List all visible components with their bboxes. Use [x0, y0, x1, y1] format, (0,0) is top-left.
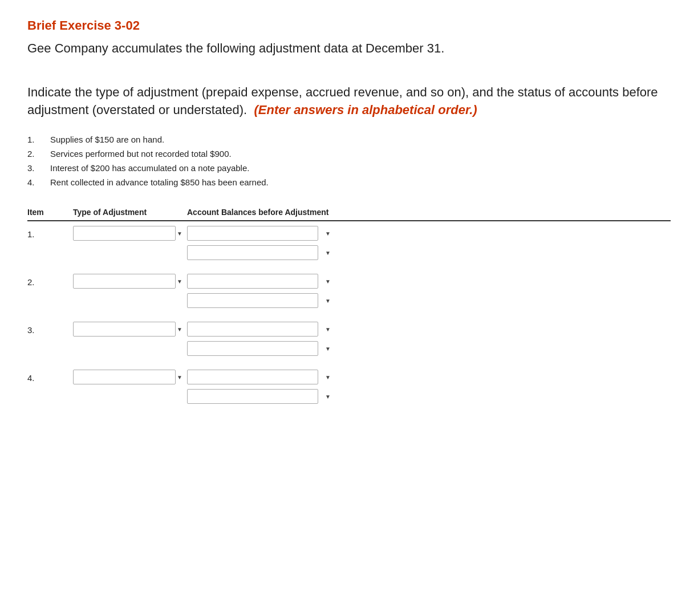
type-of-adjustment-1[interactable]: Accrued Expense Accrued Revenue Prepaid … — [73, 226, 176, 241]
account-dropdown-wrapper-2b: Overstated Understated ▼ — [187, 293, 335, 308]
list-item: 1. Supplies of $150 are on hand. — [27, 135, 671, 144]
row-type-4: Accrued Expense Accrued Revenue Prepaid … — [73, 370, 187, 384]
table-row-4: 4. Accrued Expense Accrued Revenue Prepa… — [27, 370, 671, 404]
table-row-2: 2. Accrued Expense Accrued Revenue Prepa… — [27, 274, 671, 308]
table-header: Item Type of Adjustment Account Balances… — [27, 208, 671, 221]
row-num-4: 4. — [27, 370, 73, 383]
col-header-item: Item — [27, 208, 73, 217]
list-num-1: 1. — [27, 135, 41, 144]
chevron-down-icon: ▼ — [325, 250, 331, 256]
row-type-1: Accrued Expense Accrued Revenue Prepaid … — [73, 226, 187, 241]
type-dropdown-wrapper-3: Accrued Expense Accrued Revenue Prepaid … — [73, 322, 187, 337]
list-text-3: Interest of $200 has accumulated on a no… — [50, 163, 249, 173]
type-dropdown-wrapper-4: Accrued Expense Accrued Revenue Prepaid … — [73, 370, 187, 384]
account-balance-3a[interactable]: Overstated Understated — [187, 322, 318, 337]
chevron-down-icon: ▼ — [325, 346, 331, 352]
account-balance-4a[interactable]: Overstated Understated — [187, 370, 318, 384]
list-item: 3. Interest of $200 has accumulated on a… — [27, 163, 671, 173]
table-row-1: 1. Accrued Expense Accrued Revenue Prepa… — [27, 226, 671, 260]
account-dropdown-wrapper-3a: Overstated Understated ▼ — [187, 322, 335, 337]
account-dropdown-wrapper-3b: Overstated Understated ▼ — [187, 341, 335, 356]
exercise-title: Brief Exercise 3-02 — [27, 18, 671, 33]
type-dropdown-wrapper-2: Accrued Expense Accrued Revenue Prepaid … — [73, 274, 187, 289]
type-of-adjustment-2[interactable]: Accrued Expense Accrued Revenue Prepaid … — [73, 274, 176, 289]
row-num-3: 3. — [27, 322, 73, 335]
account-balance-1b[interactable]: Overstated Understated — [187, 245, 318, 260]
account-dropdown-wrapper-1b: Overstated Understated ▼ — [187, 245, 335, 260]
chevron-down-icon: ▼ — [325, 278, 331, 285]
chevron-down-icon: ▼ — [177, 230, 182, 237]
chevron-down-icon: ▼ — [177, 278, 182, 285]
row-num-1: 1. — [27, 226, 73, 239]
list-text-2: Services performed but not recorded tota… — [50, 149, 232, 159]
type-of-adjustment-3[interactable]: Accrued Expense Accrued Revenue Prepaid … — [73, 322, 176, 337]
row-account-3: Overstated Understated ▼ Overstated Unde… — [187, 322, 335, 356]
chevron-down-icon: ▼ — [325, 374, 331, 380]
chevron-down-icon: ▼ — [325, 230, 331, 237]
row-num-2: 2. — [27, 274, 73, 287]
row-account-4: Overstated Understated ▼ Overstated Unde… — [187, 370, 335, 404]
row-account-2: Overstated Understated ▼ Overstated Unde… — [187, 274, 335, 308]
account-balance-2a[interactable]: Overstated Understated — [187, 274, 318, 289]
table-row-3: 3. Accrued Expense Accrued Revenue Prepa… — [27, 322, 671, 356]
account-balance-4b[interactable]: Overstated Understated — [187, 389, 318, 404]
account-balance-1a[interactable]: Overstated Understated — [187, 226, 318, 241]
list-text-1: Supplies of $150 are on hand. — [50, 135, 164, 144]
row-type-2: Accrued Expense Accrued Revenue Prepaid … — [73, 274, 187, 289]
scenario-list: 1. Supplies of $150 are on hand. 2. Serv… — [27, 135, 671, 187]
chevron-down-icon: ▼ — [177, 374, 182, 380]
row-type-3: Accrued Expense Accrued Revenue Prepaid … — [73, 322, 187, 337]
type-dropdown-wrapper-1: Accrued Expense Accrued Revenue Prepaid … — [73, 226, 187, 241]
chevron-down-icon: ▼ — [325, 298, 331, 304]
account-balance-3b[interactable]: Overstated Understated — [187, 341, 318, 356]
row-account-1: Overstated Understated ▼ Overstated Unde… — [187, 226, 335, 260]
list-num-2: 2. — [27, 149, 41, 159]
account-dropdown-wrapper-4a: Overstated Understated ▼ — [187, 370, 335, 384]
list-num-4: 4. — [27, 177, 41, 187]
account-dropdown-wrapper-4b: Overstated Understated ▼ — [187, 389, 335, 404]
instructions-emphasis: (Enter answers in alphabetical order.) — [254, 103, 477, 117]
account-dropdown-wrapper-1a: Overstated Understated ▼ — [187, 226, 335, 241]
col-header-account: Account Balances before Adjustment — [187, 208, 335, 217]
chevron-down-icon: ▼ — [325, 394, 331, 400]
type-of-adjustment-4[interactable]: Accrued Expense Accrued Revenue Prepaid … — [73, 370, 176, 384]
chevron-down-icon: ▼ — [177, 326, 182, 333]
list-item: 4. Rent collected in advance totaling $8… — [27, 177, 671, 187]
col-header-type: Type of Adjustment — [73, 208, 187, 217]
list-item: 2. Services performed but not recorded t… — [27, 149, 671, 159]
description-text: Gee Company accumulates the following ad… — [27, 40, 671, 58]
adjustment-table: Item Type of Adjustment Account Balances… — [27, 208, 671, 404]
list-text-4: Rent collected in advance totaling $850 … — [50, 177, 269, 187]
account-balance-2b[interactable]: Overstated Understated — [187, 293, 318, 308]
account-dropdown-wrapper-2a: Overstated Understated ▼ — [187, 274, 335, 289]
chevron-down-icon: ▼ — [325, 326, 331, 333]
list-num-3: 3. — [27, 163, 41, 173]
instructions-text: Indicate the type of adjustment (prepaid… — [27, 84, 671, 119]
